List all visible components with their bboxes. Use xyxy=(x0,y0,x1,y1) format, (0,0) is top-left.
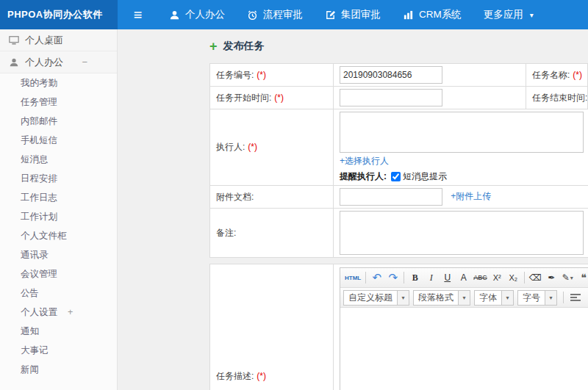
toolbar-separator xyxy=(404,272,404,284)
sidebar-item-news[interactable]: 新闻 xyxy=(0,360,117,379)
eraser-icon[interactable]: ⌫ xyxy=(528,270,543,286)
table-row-attachment: 附件文档: +附件上传 xyxy=(210,186,588,209)
sidebar-item-personal-office[interactable]: 个人办公 − xyxy=(0,51,117,73)
required-mark: (*) xyxy=(248,142,257,152)
remark-label: 备注: xyxy=(210,209,334,258)
toolbar-separator xyxy=(563,292,564,303)
table-row-task-number: 任务编号:(*) 任务名称:(*) xyxy=(210,64,588,87)
sidebar-item-internal-mail[interactable]: 内部邮件 xyxy=(0,112,117,131)
table-row-executor: 执行人:(*) +选择执行人 提醒执行人: 短消息提示 xyxy=(210,109,588,186)
nav-label: 更多应用 xyxy=(484,8,523,21)
remark-textarea[interactable] xyxy=(340,211,584,255)
main-content: + 发布任务 任务编号:(*) 任务名称:(*) 任务开始时间:(*) 任务结束… xyxy=(118,29,588,390)
required-mark: (*) xyxy=(257,70,266,80)
table-row-remark: 备注: xyxy=(210,209,588,258)
caret-down-icon: ▾ xyxy=(570,275,573,281)
sidebar-item-personal-desktop[interactable]: 个人桌面 xyxy=(0,29,117,51)
font-family-select[interactable]: 字体▾ xyxy=(474,290,514,306)
paragraph-format-select[interactable]: 段落格式▾ xyxy=(413,290,470,306)
sidebar-item-label: 个人办公 xyxy=(25,56,63,69)
html-source-button[interactable]: HTML xyxy=(343,270,362,286)
format-brush-icon[interactable]: ✒ xyxy=(544,270,559,286)
font-size-select[interactable]: 字号▾ xyxy=(517,290,557,306)
editor-toolbar-row1: HTML ↶ ↷ B I U A ABC X² X₂ ⌫ xyxy=(340,268,588,288)
sidebar-item-meeting-management[interactable]: 会议管理 xyxy=(0,264,117,284)
caret-down-icon: ▾ xyxy=(397,291,409,305)
table-row-description: 任务描述:(*) HTML ↶ ↷ B I U A ABC X² xyxy=(210,264,588,390)
sidebar-item-task-management[interactable]: 任务管理 xyxy=(0,93,117,112)
plus-icon: + xyxy=(209,40,218,53)
redo-button[interactable]: ↷ xyxy=(385,270,401,286)
sidebar-item-memorabilia[interactable]: 大事记 xyxy=(0,341,117,360)
task-number-label: 任务编号:(*) xyxy=(210,64,334,87)
italic-button[interactable]: I xyxy=(423,270,439,286)
topbar: PHPOA协同办公软件 ≡ 个人办公 流程审批 集团审批 CRM系统 更多应用 … xyxy=(0,0,588,29)
page-title: 发布任务 xyxy=(223,40,265,53)
sidebar-item-announcement[interactable]: 公告 xyxy=(0,284,117,303)
subscript-button[interactable]: X₂ xyxy=(506,270,521,286)
editor-content-area[interactable] xyxy=(340,308,588,390)
nav-personal-office[interactable]: 个人办公 xyxy=(158,0,236,29)
user-icon xyxy=(9,57,19,68)
table-gap xyxy=(209,258,588,264)
sidebar-item-schedule[interactable]: 日程安排 xyxy=(0,169,117,188)
desktop-icon xyxy=(9,35,19,46)
end-time-label: 任务结束时间:(*) xyxy=(526,87,588,109)
sidebar-item-short-message[interactable]: 短消息 xyxy=(0,150,117,169)
attachment-input[interactable] xyxy=(340,188,442,206)
executor-textarea[interactable] xyxy=(340,112,584,153)
superscript-button[interactable]: X² xyxy=(490,270,505,286)
highlight-pen-icon[interactable]: ✎▾ xyxy=(560,270,576,286)
expand-icon[interactable]: + xyxy=(68,307,73,317)
required-mark: (*) xyxy=(573,70,582,80)
user-icon xyxy=(169,10,180,21)
attachment-upload-link[interactable]: +附件上传 xyxy=(451,191,491,201)
task-name-label: 任务名称:(*) xyxy=(526,64,588,87)
start-time-input[interactable] xyxy=(340,89,442,106)
rich-text-editor: HTML ↶ ↷ B I U A ABC X² X₂ ⌫ xyxy=(340,267,588,390)
sidebar-item-address-book[interactable]: 通讯录 xyxy=(0,245,117,264)
nav-crm-system[interactable]: CRM系统 xyxy=(392,0,473,29)
description-label: 任务描述:(*) xyxy=(210,264,334,390)
nav-label: 个人办公 xyxy=(185,8,225,21)
task-number-input[interactable] xyxy=(340,66,442,84)
sidebar-item-notification[interactable]: 通知 xyxy=(0,322,117,341)
align-left-icon[interactable] xyxy=(570,294,581,301)
sms-remind-checkbox[interactable] xyxy=(391,172,401,181)
clock-icon xyxy=(247,10,258,21)
nav-label: 流程审批 xyxy=(263,8,303,21)
nav-group-approval[interactable]: 集团审批 xyxy=(314,0,392,29)
toolbar-separator xyxy=(524,272,525,284)
sidebar-item-personal-settings[interactable]: 个人设置+ xyxy=(0,303,117,322)
sidebar-item-mobile-sms[interactable]: 手机短信 xyxy=(0,131,117,150)
nav-more-apps[interactable]: 更多应用 ▾ xyxy=(473,0,545,29)
caret-down-icon: ▾ xyxy=(501,291,513,305)
chart-icon xyxy=(403,10,414,21)
bold-button[interactable]: B xyxy=(407,270,423,286)
sidebar-item-personal-file-cabinet[interactable]: 个人文件柜 xyxy=(0,226,117,245)
remind-label: 提醒执行人: xyxy=(340,170,387,183)
choose-executor-link[interactable]: +选择执行人 xyxy=(340,156,389,166)
custom-title-select[interactable]: 自定义标题▾ xyxy=(343,290,409,306)
undo-button[interactable]: ↶ xyxy=(369,270,384,286)
edit-icon xyxy=(325,10,336,21)
menu-icon[interactable]: ≡ xyxy=(118,0,158,29)
toolbar-separator xyxy=(365,272,366,284)
collapse-icon[interactable]: − xyxy=(82,57,87,68)
underline-button[interactable]: U xyxy=(440,270,455,286)
nav-label: 集团审批 xyxy=(341,8,381,21)
blockquote-button[interactable]: ❝ xyxy=(576,270,588,286)
sms-remind-label: 短消息提示 xyxy=(403,170,447,183)
app-logo: PHPOA协同办公软件 xyxy=(0,0,118,29)
sidebar-item-work-log[interactable]: 工作日志 xyxy=(0,188,117,207)
required-mark: (*) xyxy=(274,93,284,103)
sidebar-item-my-attendance[interactable]: 我的考勤 xyxy=(0,73,117,93)
font-button[interactable]: A xyxy=(456,270,471,286)
caret-down-icon: ▾ xyxy=(530,11,534,19)
nav-workflow-approval[interactable]: 流程审批 xyxy=(236,0,314,29)
sidebar: 个人桌面 个人办公 − 我的考勤 任务管理 内部邮件 手机短信 短消息 日程安排… xyxy=(0,29,118,390)
strikethrough-button[interactable]: ABC xyxy=(472,270,489,286)
attachment-label: 附件文档: xyxy=(210,186,334,209)
sidebar-item-work-plan[interactable]: 工作计划 xyxy=(0,207,117,226)
table-row-start-time: 任务开始时间:(*) 任务结束时间:(*) xyxy=(210,87,588,109)
